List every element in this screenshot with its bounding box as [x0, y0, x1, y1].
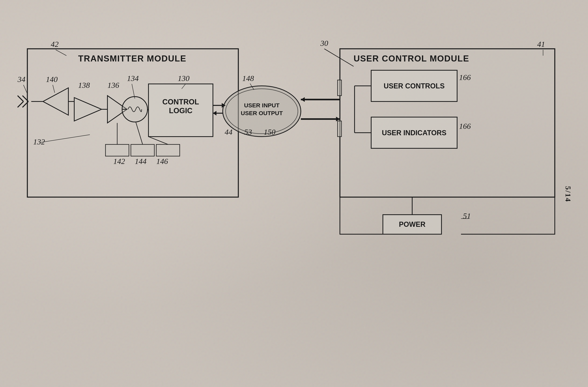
svg-rect-28	[105, 144, 129, 156]
svg-text:USER OUTPUT: USER OUTPUT	[241, 110, 283, 116]
svg-text:30: 30	[320, 39, 328, 48]
svg-text:USER CONTROLS: USER CONTROLS	[384, 82, 445, 90]
svg-text:166: 166	[459, 122, 471, 131]
svg-rect-30	[156, 144, 180, 156]
svg-text:USER INPUT: USER INPUT	[244, 102, 279, 109]
svg-text:41: 41	[537, 40, 545, 49]
svg-text:138: 138	[78, 81, 90, 90]
svg-text:51: 51	[463, 212, 471, 220]
svg-text:150: 150	[264, 128, 275, 136]
svg-rect-46	[337, 121, 341, 137]
svg-text:134: 134	[127, 74, 139, 83]
svg-text:42: 42	[51, 40, 59, 49]
svg-rect-29	[131, 144, 154, 156]
svg-text:TRANSMITTER MODULE: TRANSMITTER MODULE	[78, 54, 186, 63]
svg-rect-45	[337, 80, 341, 96]
svg-text:53: 53	[244, 128, 252, 136]
svg-text:148: 148	[242, 74, 254, 83]
svg-text:130: 130	[178, 74, 189, 83]
svg-text:USER CONTROL MODULE: USER CONTROL MODULE	[354, 54, 469, 63]
svg-line-19	[18, 96, 23, 101]
svg-text:LOGIC: LOGIC	[169, 107, 192, 115]
svg-line-20	[18, 101, 23, 107]
svg-text:142: 142	[113, 157, 125, 166]
svg-marker-41	[336, 117, 340, 121]
svg-text:44: 44	[225, 128, 232, 136]
svg-text:USER INDICATORS: USER INDICATORS	[382, 129, 447, 137]
diagram-container: TRANSMITTER MODULE USER CONTROL MODULE C…	[12, 23, 578, 365]
svg-text:144: 144	[135, 157, 147, 166]
svg-text:CONTROL: CONTROL	[162, 98, 199, 106]
svg-text:146: 146	[156, 157, 168, 166]
svg-text:136: 136	[107, 81, 119, 90]
svg-text:140: 140	[46, 75, 58, 84]
svg-text:34: 34	[17, 75, 25, 84]
svg-text:POWER: POWER	[399, 220, 425, 228]
page-number: 5/14	[564, 186, 572, 202]
svg-text:166: 166	[459, 73, 471, 82]
svg-marker-39	[301, 97, 305, 102]
